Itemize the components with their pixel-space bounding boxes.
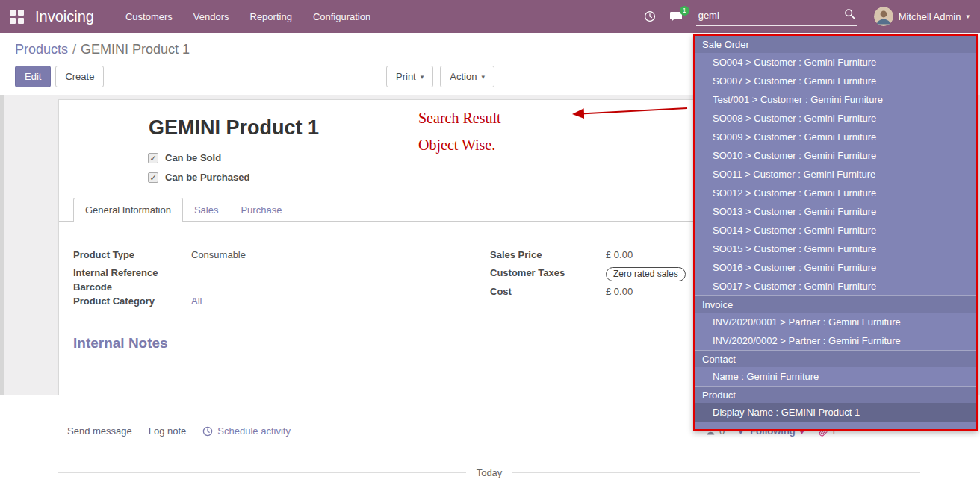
search-dropdown: Sale OrderSO004 > Customer : Gemini Furn… bbox=[693, 34, 978, 431]
search-result-item[interactable]: Name : Gemini Furniture bbox=[695, 367, 976, 386]
field-product-type: Product TypeConsumable bbox=[73, 249, 246, 260]
search-result-item[interactable]: SO011 > Customer : Gemini Furniture bbox=[695, 165, 976, 184]
avatar bbox=[874, 7, 893, 26]
activities-clock-icon[interactable] bbox=[644, 10, 656, 22]
systray: 1 gemi Mitchell Admin ▾ bbox=[644, 7, 970, 26]
search-result-item[interactable]: Test/001 > Customer : Gemini Furniture bbox=[695, 90, 976, 109]
search-result-item[interactable]: SO008 > Customer : Gemini Furniture bbox=[695, 109, 976, 128]
field-label: Cost bbox=[490, 286, 606, 297]
field-value: £ 0.00 bbox=[606, 286, 633, 297]
user-name: Mitchell Admin bbox=[899, 11, 961, 22]
search-result-item[interactable]: INV/2020/0001 > Partner : Gemini Furnitu… bbox=[695, 313, 976, 331]
field-value: Consumable bbox=[191, 249, 246, 260]
menu-item-vendors[interactable]: Vendors bbox=[193, 11, 229, 22]
field-label: Barcode bbox=[73, 281, 191, 293]
odoo-invoicing-screen: Invoicing CustomersVendorsReportingConfi… bbox=[0, 0, 980, 491]
search-result-item[interactable]: SO015 > Customer : Gemini Furniture bbox=[695, 240, 976, 258]
search-group-header: Contact bbox=[695, 350, 976, 367]
app-name[interactable]: Invoicing bbox=[35, 8, 94, 25]
field-sales-price: Sales Price£ 0.00 bbox=[490, 249, 633, 260]
field-internal-reference: Internal Reference bbox=[73, 267, 191, 278]
action-menus: Print▾ Action▾ bbox=[386, 66, 494, 87]
field-label: Product Type bbox=[73, 249, 191, 260]
user-menu[interactable]: Mitchell Admin ▾ bbox=[874, 7, 970, 26]
edit-button[interactable]: Edit bbox=[15, 66, 51, 87]
messages-icon[interactable]: 1 bbox=[669, 11, 683, 22]
search-result-item[interactable]: SO010 > Customer : Gemini Furniture bbox=[695, 146, 976, 165]
date-divider-label: Today bbox=[477, 467, 503, 478]
search-group-header: Invoice bbox=[695, 295, 976, 313]
clock-icon bbox=[202, 426, 213, 437]
chevron-down-icon: ▾ bbox=[481, 73, 485, 81]
field-product-category: Product CategoryAll bbox=[73, 295, 202, 307]
apps-menu-icon[interactable] bbox=[10, 10, 24, 24]
field-label: Internal Reference bbox=[73, 267, 191, 278]
search-result-item[interactable]: SO004 > Customer : Gemini Furniture bbox=[695, 53, 976, 72]
search-result-item[interactable]: SO012 > Customer : Gemini Furniture bbox=[695, 184, 976, 202]
top-navbar: Invoicing CustomersVendorsReportingConfi… bbox=[0, 0, 980, 33]
menu-item-customers[interactable]: Customers bbox=[125, 11, 173, 22]
field-value[interactable]: All bbox=[191, 295, 202, 307]
search-result-item[interactable]: SO017 > Customer : Gemini Furniture bbox=[695, 277, 976, 295]
field-value: £ 0.00 bbox=[606, 249, 633, 260]
chevron-down-icon: ▾ bbox=[421, 73, 424, 81]
menu-item-reporting[interactable]: Reporting bbox=[250, 11, 292, 22]
print-menu-label: Print bbox=[396, 71, 416, 82]
breadcrumb: Products/GEMINI Product 1 bbox=[15, 42, 190, 57]
field-customer-taxes: Customer TaxesZero rated sales bbox=[490, 267, 686, 281]
search-group-header: Product bbox=[695, 386, 976, 403]
scrollbar-strip[interactable] bbox=[0, 95, 4, 442]
search-result-item[interactable]: SO007 > Customer : Gemini Furniture bbox=[695, 72, 976, 90]
search-result-item[interactable]: SO014 > Customer : Gemini Furniture bbox=[695, 221, 976, 240]
action-menu-button[interactable]: Action▾ bbox=[440, 66, 494, 87]
divider-line bbox=[58, 472, 466, 473]
field-cost: Cost£ 0.00 bbox=[490, 286, 633, 297]
search-input[interactable]: gemi bbox=[698, 10, 719, 21]
search-result-item[interactable]: Display Name : GEMINI Product 1 bbox=[695, 403, 976, 422]
annotation-line1: Search Result bbox=[418, 110, 501, 127]
breadcrumb-products-link[interactable]: Products bbox=[15, 42, 68, 57]
breadcrumb-current: GEMINI Product 1 bbox=[81, 42, 190, 57]
field-value: Zero rated sales bbox=[606, 267, 686, 281]
field-label: Sales Price bbox=[490, 249, 606, 260]
main-menu: CustomersVendorsReportingConfiguration bbox=[125, 11, 370, 22]
search-result-item[interactable]: SO016 > Customer : Gemini Furniture bbox=[695, 258, 976, 277]
annotation-line2: Object Wise. bbox=[418, 137, 495, 154]
field-barcode: Barcode bbox=[73, 281, 191, 293]
search-box[interactable]: gemi bbox=[696, 7, 858, 26]
chevron-down-icon: ▾ bbox=[966, 13, 970, 20]
search-icon[interactable] bbox=[844, 8, 855, 22]
search-group-header: Sale Order bbox=[695, 36, 976, 53]
field-label: Product Category bbox=[73, 295, 191, 307]
search-result-item[interactable]: SO009 > Customer : Gemini Furniture bbox=[695, 128, 976, 146]
record-buttons: Edit Create bbox=[15, 66, 104, 87]
date-divider: Today bbox=[58, 467, 920, 478]
internal-notes-heading: Internal Notes bbox=[73, 335, 168, 351]
log-note-button[interactable]: Log note bbox=[149, 425, 187, 437]
message-count-badge: 1 bbox=[680, 6, 689, 16]
action-menu-label: Action bbox=[450, 71, 477, 82]
annotation-arrow-icon bbox=[562, 103, 690, 122]
create-button[interactable]: Create bbox=[55, 66, 104, 87]
field-label: Customer Taxes bbox=[490, 267, 606, 278]
divider-line bbox=[512, 472, 920, 473]
search-result-item[interactable]: SO013 > Customer : Gemini Furniture bbox=[695, 202, 976, 221]
search-result-item[interactable]: INV/2020/0002 > Partner : Gemini Furnitu… bbox=[695, 331, 976, 350]
schedule-activity-button[interactable]: Schedule activity bbox=[202, 425, 291, 437]
schedule-activity-label: Schedule activity bbox=[217, 425, 291, 437]
breadcrumb-separator: / bbox=[72, 42, 76, 57]
menu-item-configuration[interactable]: Configuration bbox=[313, 11, 370, 22]
print-menu-button[interactable]: Print▾ bbox=[386, 66, 433, 87]
chatter-buttons: Send message Log note Schedule activity bbox=[67, 425, 291, 437]
send-message-button[interactable]: Send message bbox=[67, 425, 132, 437]
